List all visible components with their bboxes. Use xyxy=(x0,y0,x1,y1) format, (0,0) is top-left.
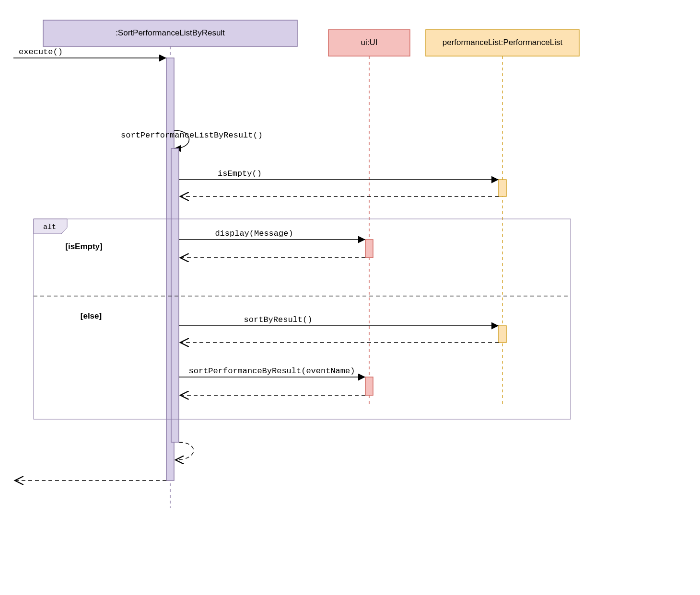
activation-sort-inner xyxy=(171,149,179,442)
guard-isempty: [isEmpty] xyxy=(65,242,102,251)
participant-ui-label: ui:UI xyxy=(361,38,378,47)
activation-ui-sortperf xyxy=(365,377,373,395)
guard-else: [else] xyxy=(81,311,102,320)
activation-perf-isempty xyxy=(499,180,506,196)
msg-selfcall-label: sortPerformanceListByResult() xyxy=(121,131,263,140)
msg-execute-label: execute() xyxy=(19,47,63,57)
msg-display-label: display(Message) xyxy=(215,229,293,238)
participant-perf-label: performanceList:PerformanceList xyxy=(443,38,563,47)
activation-perf-sort xyxy=(499,326,506,343)
sequence-diagram: :SortPerformanceListByResult ui:UI perfo… xyxy=(10,10,700,595)
activation-ui-display xyxy=(365,240,373,258)
alt-label-text: alt xyxy=(43,223,56,231)
msg-sortbyresult-label: sortByResult() xyxy=(244,315,313,324)
self-return xyxy=(175,442,194,460)
participant-sort-label: :SortPerformanceListByResult xyxy=(116,28,225,37)
msg-sortperf-label: sortPerformanceByResult(eventName) xyxy=(189,366,355,376)
msg-isempty-label: isEmpty() xyxy=(218,169,262,178)
